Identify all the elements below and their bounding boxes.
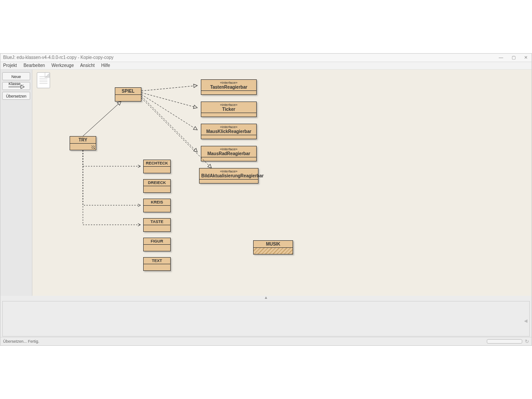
class-taste[interactable]: TASTE bbox=[143, 218, 171, 232]
window-close-button[interactable]: ✕ bbox=[523, 54, 529, 62]
menu-bearbeiten[interactable]: Bearbeiten bbox=[23, 63, 45, 68]
window-title: BlueJ: edu-klassen-v4-4.0.0-rc1-copy - K… bbox=[3, 54, 113, 62]
class-kreis[interactable]: KREIS bbox=[143, 199, 171, 212]
diagram-connectors bbox=[32, 70, 532, 296]
interface-ticker[interactable]: «interface»Ticker bbox=[201, 102, 257, 117]
class-try[interactable]: TRY bbox=[70, 136, 96, 150]
svg-line-5 bbox=[141, 94, 197, 130]
interface-mausklick-reagierbar[interactable]: «interface»MausKlickReagierbar bbox=[201, 124, 257, 139]
status-text: Übersetzen... Fertig. bbox=[3, 337, 39, 345]
terminal-collapse-icon[interactable]: ◀ bbox=[524, 318, 528, 323]
inheritance-arrow-button[interactable] bbox=[2, 82, 30, 90]
class-dreieck[interactable]: DREIECK bbox=[143, 179, 171, 193]
svg-line-4 bbox=[141, 93, 197, 108]
status-bar: Übersetzen... Fertig. ↻ bbox=[0, 337, 532, 345]
activity-indicator-icon: ↻ bbox=[525, 337, 529, 345]
menu-bar: Projekt Bearbeiten Werkzeuge Ansicht Hil… bbox=[0, 62, 532, 70]
class-text[interactable]: TEXT bbox=[143, 257, 171, 271]
sidebar: Neue Klasse... Übersetzen bbox=[0, 70, 32, 296]
terminal-panel[interactable]: ◀ bbox=[2, 301, 530, 336]
interface-mausrad-reagierbar[interactable]: «interface»MausRadReagierbar bbox=[201, 146, 257, 161]
class-diagram-canvas[interactable]: SPIEL TRY RECHTECK DREIECK KREIS TASTE F… bbox=[32, 70, 532, 296]
splitter-collapse-icon: ▲ bbox=[264, 295, 268, 300]
class-figur[interactable]: FIGUR bbox=[143, 238, 171, 251]
interface-bild-reagierbar[interactable]: «interface»BildAktualisierungReagierbar bbox=[199, 168, 258, 184]
new-class-button[interactable]: Neue Klasse... bbox=[2, 72, 30, 80]
svg-line-2 bbox=[83, 102, 121, 136]
panel-splitter[interactable]: ▲ bbox=[0, 296, 532, 299]
menu-projekt[interactable]: Projekt bbox=[3, 63, 17, 68]
progress-bar bbox=[487, 339, 522, 344]
svg-marker-1 bbox=[21, 85, 24, 89]
class-musik[interactable]: MUSIK bbox=[253, 240, 293, 254]
readme-document-icon[interactable] bbox=[37, 72, 50, 88]
menu-hilfe[interactable]: Hilfe bbox=[101, 63, 110, 68]
interface-tasten-reagierbar[interactable]: «interface»TastenReagierbar bbox=[201, 79, 257, 95]
class-rechteck[interactable]: RECHTECK bbox=[143, 160, 171, 173]
svg-line-3 bbox=[141, 86, 197, 91]
svg-line-6 bbox=[141, 96, 197, 152]
class-spiel[interactable]: SPIEL bbox=[115, 87, 141, 102]
app-window: BlueJ: edu-klassen-v4-4.0.0-rc1-copy - K… bbox=[0, 53, 532, 346]
menu-werkzeuge[interactable]: Werkzeuge bbox=[51, 63, 74, 68]
compile-button[interactable]: Übersetzen bbox=[2, 92, 30, 100]
window-minimize-button[interactable]: — bbox=[498, 54, 504, 62]
window-maximize-button[interactable]: ▢ bbox=[510, 54, 516, 62]
title-bar: BlueJ: edu-klassen-v4-4.0.0-rc1-copy - K… bbox=[0, 54, 532, 62]
menu-ansicht[interactable]: Ansicht bbox=[80, 63, 95, 68]
